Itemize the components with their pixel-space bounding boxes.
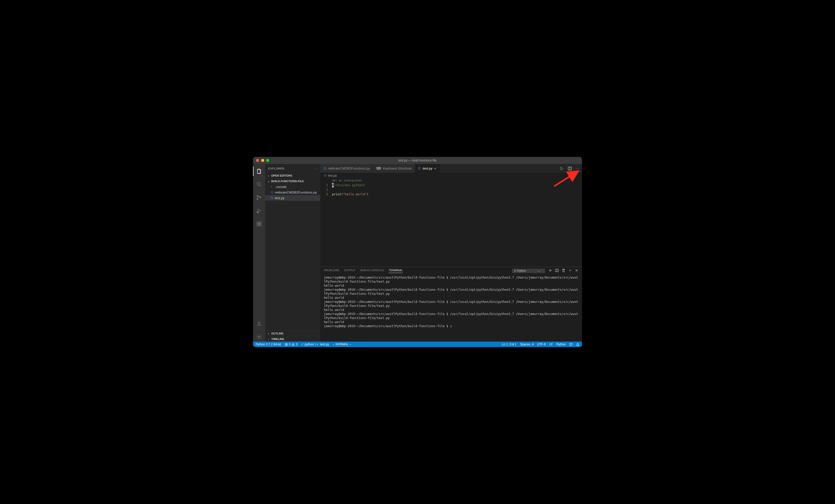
panel-tab-bar: PROBLEMS OUTPUT DEBUG CONSOLE TERMINAL 2… xyxy=(320,267,582,275)
run-debug-icon[interactable] xyxy=(253,206,265,216)
chevron-right-icon: › xyxy=(267,174,270,177)
status-bell-icon[interactable] xyxy=(576,343,579,346)
titlebar: test.py — build-functions-file xyxy=(253,157,582,164)
status-feedback-icon[interactable] xyxy=(569,343,573,346)
section-open-editors[interactable]: › OPEN EDITORS xyxy=(265,173,320,178)
section-workspace[interactable]: ⌄ BUILD-FUNCTIONS-FILE xyxy=(265,178,320,184)
svg-point-3 xyxy=(260,197,261,198)
panel-tab-output[interactable]: OUTPUT xyxy=(344,269,355,273)
sidebar-header: EXPLORER ··· xyxy=(265,164,320,173)
panel-tab-problems[interactable]: PROBLEMS xyxy=(324,269,339,273)
editor-more-icon[interactable]: ··· xyxy=(576,167,578,170)
terminal-output[interactable]: jemurray@mbp-2019:~/Documents/src/wustlP… xyxy=(320,275,582,342)
bottom-panel: PROBLEMS OUTPUT DEBUG CONSOLE TERMINAL 2… xyxy=(320,267,582,342)
sidebar-more-icon[interactable]: ··· xyxy=(313,167,317,170)
chevron-down-icon: ⌄ xyxy=(267,180,270,183)
status-check-file[interactable]: ✓ test.py xyxy=(317,343,329,346)
maximize-window-button[interactable] xyxy=(266,159,269,162)
editor-cursor: # xyxy=(332,183,334,187)
terminal-selector[interactable]: 2: Python ⌄ xyxy=(512,269,545,273)
python-file-icon: ⌬ xyxy=(323,166,326,170)
terminal-selector-label: 2: Python xyxy=(514,269,526,272)
panel-tab-terminal[interactable]: TERMINAL xyxy=(389,269,403,273)
chevron-right-icon: › xyxy=(271,185,274,188)
tab-netbrain[interactable]: ⌬ netbrainCMDB2Functions.py xyxy=(320,164,373,173)
tab-label: netbrainCMDB2Functions.py xyxy=(328,166,370,170)
section-timeline[interactable]: › TIMELINE xyxy=(265,336,320,342)
status-vim-mode: -- NORMAL -- xyxy=(333,343,351,346)
settings-gear-icon[interactable] xyxy=(253,332,265,342)
panel-tab-debug[interactable]: DEBUG CONSOLE xyxy=(360,269,384,273)
close-panel-button[interactable] xyxy=(575,269,578,273)
tree-item-label: .vscode xyxy=(275,185,287,189)
activity-bar xyxy=(253,164,265,342)
svg-rect-5 xyxy=(257,222,259,224)
run-file-button[interactable] xyxy=(560,166,564,170)
codelens-set-interpreter[interactable]: Set as interpreter xyxy=(332,178,582,183)
code-text: !/bin/env python3 xyxy=(334,183,365,187)
chevron-right-icon: › xyxy=(267,338,270,341)
line-gutter: 1 2 3 xyxy=(320,178,332,267)
explorer-icon[interactable] xyxy=(253,166,265,176)
tree-item-label: netbrainCMDB2Functions.py xyxy=(275,190,317,194)
source-control-icon[interactable] xyxy=(253,193,265,202)
code-editor[interactable]: 1 2 3 Set as interpreter #!/bin/env pyth… xyxy=(320,178,582,267)
svg-rect-6 xyxy=(259,222,261,224)
status-indent[interactable]: Spaces: 4 xyxy=(520,343,533,346)
tree-file-test[interactable]: ⌬ test.py xyxy=(265,195,320,201)
svg-rect-8 xyxy=(259,224,261,226)
tab-label: Keyboard Shortcuts xyxy=(383,166,412,170)
status-encoding[interactable]: UTF-8 xyxy=(537,343,546,346)
tree-file-netbrain[interactable]: ⌬ netbrainCMDB2Functions.py xyxy=(265,189,320,195)
vscode-window: test.py — build-functions-file xyxy=(253,157,582,347)
status-language[interactable]: Python xyxy=(556,343,566,346)
section-label: OPEN EDITORS xyxy=(271,174,292,177)
python-file-icon: ⌬ xyxy=(271,190,273,194)
status-check-python[interactable]: ✓ python | xyxy=(301,343,315,346)
tree-folder-vscode[interactable]: › .vscode xyxy=(265,184,320,189)
status-problems[interactable]: 0 0 xyxy=(285,343,298,346)
python-file-icon: ⌬ xyxy=(324,174,326,177)
status-line-col[interactable]: Ln 1, Col 1 xyxy=(502,343,516,346)
split-editor-button[interactable] xyxy=(568,166,572,170)
traffic-lights xyxy=(253,159,269,162)
code-text: "hello world" xyxy=(343,193,367,196)
status-eol[interactable]: LF xyxy=(549,343,553,346)
accounts-icon[interactable] xyxy=(253,319,265,328)
line-number: 3 xyxy=(320,192,328,197)
line-number: 1 xyxy=(320,183,328,187)
section-outline[interactable]: › OUTLINE xyxy=(265,330,320,336)
svg-rect-7 xyxy=(257,224,259,226)
tree-item-label: test.py xyxy=(275,196,284,200)
window-title: test.py — build-functions-file xyxy=(399,159,437,162)
breadcrumb[interactable]: ⌬ test.py xyxy=(320,173,582,178)
svg-point-2 xyxy=(257,199,258,200)
tab-label: test.py xyxy=(423,166,432,170)
close-window-button[interactable] xyxy=(256,159,259,162)
tab-bar: ⌬ netbrainCMDB2Functions.py ⌨ Keyboard S… xyxy=(320,164,582,173)
section-label: TIMELINE xyxy=(271,338,284,341)
tab-keyboard-shortcuts[interactable]: ⌨ Keyboard Shortcuts xyxy=(373,164,415,173)
close-tab-icon[interactable]: × xyxy=(434,166,436,170)
tab-test[interactable]: ⌬ test.py × xyxy=(415,164,439,173)
split-terminal-button[interactable] xyxy=(555,269,559,273)
status-python-version[interactable]: Python 3.7.2 64-bit xyxy=(256,343,281,346)
editor-area: ⌬ netbrainCMDB2Functions.py ⌨ Keyboard S… xyxy=(320,164,582,342)
new-terminal-button[interactable] xyxy=(549,269,552,273)
section-label: OUTLINE xyxy=(271,332,283,335)
maximize-panel-button[interactable] xyxy=(568,269,572,273)
extensions-icon[interactable] xyxy=(253,219,265,229)
svg-point-9 xyxy=(258,322,260,324)
svg-point-1 xyxy=(257,196,258,197)
line-number: 2 xyxy=(320,187,328,192)
svg-point-0 xyxy=(257,182,260,185)
explorer-sidebar: EXPLORER ··· › OPEN EDITORS ⌄ BUILD-FUNC… xyxy=(265,164,320,342)
svg-point-10 xyxy=(258,336,260,338)
sidebar-title: EXPLORER xyxy=(268,167,284,170)
python-file-icon: ⌬ xyxy=(271,196,273,200)
keyboard-icon: ⌨ xyxy=(376,166,381,170)
minimize-window-button[interactable] xyxy=(261,159,264,162)
code-text: print xyxy=(332,193,341,196)
kill-terminal-button[interactable] xyxy=(562,269,565,273)
search-icon[interactable] xyxy=(253,180,265,189)
